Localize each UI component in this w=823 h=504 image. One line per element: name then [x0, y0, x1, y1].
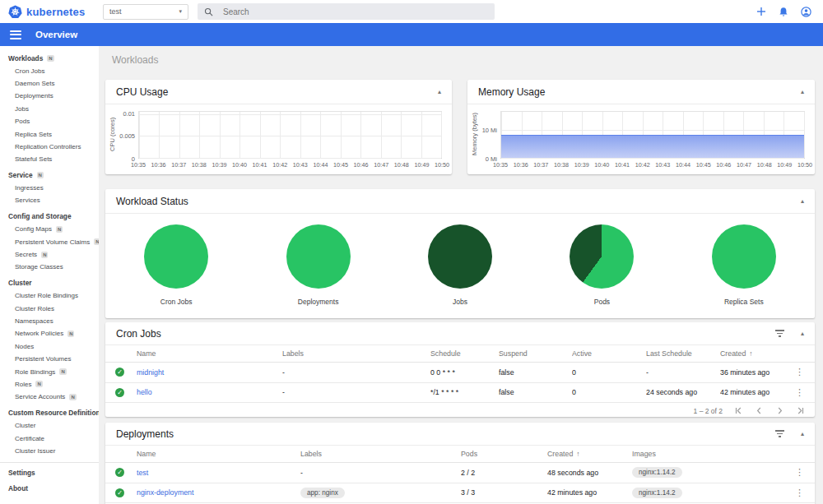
column-header[interactable]: Labels [300, 450, 461, 458]
namespaced-badge: N [59, 368, 66, 375]
sidebar-item-secrets[interactable]: SecretsN [0, 248, 99, 261]
pie-chart [144, 224, 208, 289]
suspend-cell: false [499, 368, 572, 377]
sidebar-item-cluster[interactable]: Cluster [0, 419, 99, 432]
column-header-created[interactable]: Created↑ [547, 450, 632, 458]
create-resource-button[interactable] [756, 7, 766, 16]
deployment-row[interactable]: ✓nginx-deploymentapp: nginx3 / 342 minut… [105, 483, 815, 504]
sidebar-item-persistent-volumes[interactable]: Persistent Volumes [0, 353, 99, 365]
collapse-card-icon[interactable]: ▴ [438, 89, 441, 95]
cronjob-name-link[interactable]: midnight [137, 368, 164, 377]
sidebar-item-workloads[interactable]: WorkloadsN [0, 52, 99, 64]
sidebar-item-replica-sets[interactable]: Replica Sets [0, 127, 99, 140]
workload-pie-pods: Pods [531, 224, 672, 306]
pie-label: Deployments [298, 298, 339, 306]
row-menu-button[interactable]: ⋮ [792, 367, 807, 377]
column-header[interactable]: Images [632, 450, 792, 458]
sidebar-item-service-accounts[interactable]: Service AccountsN [0, 391, 99, 403]
namespaced-badge: N [35, 381, 42, 387]
deployment-row[interactable]: ✓test-2 / 248 seconds agonginx:1.14.2⋮ [105, 463, 815, 483]
sidebar-item-cluster-issuer[interactable]: Cluster Issuer [0, 445, 99, 457]
column-header[interactable]: Pods [461, 450, 547, 458]
last-schedule-cell: - [646, 368, 720, 377]
column-header[interactable]: Name [137, 450, 300, 458]
row-menu-button[interactable]: ⋮ [792, 387, 807, 397]
collapse-card-icon[interactable]: ▴ [801, 331, 804, 337]
sidebar-item-label: Replication Controllers [15, 143, 81, 150]
sidebar-item-cluster[interactable]: Cluster [0, 277, 99, 289]
sidebar-item-pods[interactable]: Pods [0, 115, 99, 127]
sidebar-item-service[interactable]: ServiceN [0, 169, 99, 182]
toolbar-title: Overview [35, 30, 77, 39]
collapse-card-icon[interactable]: ▴ [801, 89, 804, 95]
created-cell: 36 minutes ago [720, 368, 792, 377]
sidebar-item-cron-jobs[interactable]: Cron Jobs [0, 64, 99, 76]
column-header[interactable]: Labels [282, 349, 430, 358]
column-header[interactable]: Name [137, 349, 282, 358]
column-header[interactable]: Active [572, 349, 646, 358]
collapse-card-icon[interactable]: ▴ [801, 198, 804, 205]
sidebar-item-custom-resource-definitions[interactable]: Custom Resource Definitions [0, 407, 99, 419]
cronjob-row[interactable]: ✓hello-*/1 * * * *false024 seconds ago42… [105, 383, 815, 404]
filter-icon[interactable] [775, 330, 784, 337]
column-header[interactable]: Last Schedule [646, 349, 720, 358]
deployments-rows: ✓test-2 / 248 seconds agonginx:1.14.2⋮✓n… [105, 463, 815, 503]
sidebar-item-daemon-sets[interactable]: Daemon Sets [0, 77, 99, 90]
sidebar-item-about[interactable]: About [0, 483, 99, 495]
next-page-button[interactable] [775, 406, 784, 415]
sidebar-item-ingresses[interactable]: Ingresses [0, 182, 99, 194]
pie-label: Pods [594, 298, 610, 306]
sidebar-item-services[interactable]: Services [0, 194, 99, 206]
sidebar-item-label: Role Bindings [15, 368, 55, 376]
sidebar-item-config-maps[interactable]: Config MapsN [0, 223, 99, 235]
first-page-button[interactable] [734, 406, 743, 415]
sidebar-item-certificate[interactable]: Certificate [0, 432, 99, 444]
sidebar-item-persistent-volume-claims[interactable]: Persistent Volume ClaimsN [0, 235, 99, 247]
column-header[interactable]: Schedule [430, 349, 499, 358]
namespace-selector[interactable]: test ▾ [103, 4, 188, 20]
deployments-card: Deployments ▴ Name Labels Pods Created↑ … [105, 423, 815, 504]
sidebar-item-deployments[interactable]: Deployments [0, 90, 99, 102]
cron-jobs-header-row: Name Labels Schedule Suspend Active Last… [105, 345, 815, 363]
search-bar[interactable] [198, 3, 495, 20]
column-header[interactable]: Suspend [499, 349, 572, 358]
sidebar-item-cluster-roles[interactable]: Cluster Roles [0, 302, 99, 314]
sidebar-item-storage-classes[interactable]: Storage Classes [0, 261, 99, 273]
sidebar-item-replication-controllers[interactable]: Replication Controllers [0, 141, 99, 153]
sidebar-item-role-bindings[interactable]: Role BindingsN [0, 365, 99, 377]
filter-icon[interactable] [775, 430, 784, 437]
sidebar-item-nodes[interactable]: Nodes [0, 340, 99, 353]
last-page-button[interactable] [796, 406, 805, 415]
sidebar-item-jobs[interactable]: Jobs [0, 103, 99, 115]
sidebar-item-settings[interactable]: Settings [0, 466, 99, 479]
deployment-name-link[interactable]: nginx-deployment [137, 488, 193, 497]
sidebar-item-config-and-storage[interactable]: Config and Storage [0, 210, 99, 223]
sidebar-item-label: Workloads [8, 54, 43, 62]
deployment-name-link[interactable]: test [137, 469, 148, 477]
search-input[interactable] [221, 7, 439, 17]
sidebar-item-label: Daemon Sets [15, 80, 54, 87]
pie-label: Jobs [453, 298, 467, 306]
sidebar-item-cluster-role-bindings[interactable]: Cluster Role Bindings [0, 289, 99, 302]
cronjob-row[interactable]: ✓midnight-0 0 * * *false0-36 minutes ago… [105, 363, 815, 383]
previous-page-button[interactable] [755, 406, 764, 415]
notifications-button[interactable] [779, 7, 788, 17]
memory-usage-card: Memory Usage ▴ Memory (bytes) 10 Mi0 Mi … [467, 80, 815, 174]
collapse-card-icon[interactable]: ▴ [801, 431, 804, 437]
sidebar-item-roles[interactable]: RolesN [0, 378, 99, 391]
sidebar-item-namespaces[interactable]: Namespaces [0, 315, 99, 327]
pie-chart [428, 224, 492, 289]
labels-cell: - [282, 368, 430, 377]
sidebar-item-stateful-sets[interactable]: Stateful Sets [0, 153, 99, 165]
account-button[interactable] [801, 7, 811, 17]
row-menu-button[interactable]: ⋮ [792, 467, 807, 477]
cronjob-name-link[interactable]: hello [137, 388, 152, 396]
sidebar-item-network-policies[interactable]: Network PoliciesN [0, 327, 99, 340]
sidebar-item-label: Nodes [15, 343, 34, 350]
kubernetes-logo[interactable]: kubernetes [0, 5, 100, 19]
menu-toggle-button[interactable] [10, 30, 21, 39]
schedule-cell: */1 * * * * [430, 388, 499, 396]
pie-chart [286, 224, 351, 289]
column-header-created[interactable]: Created↑ [720, 349, 792, 358]
row-menu-button[interactable]: ⋮ [792, 488, 807, 497]
